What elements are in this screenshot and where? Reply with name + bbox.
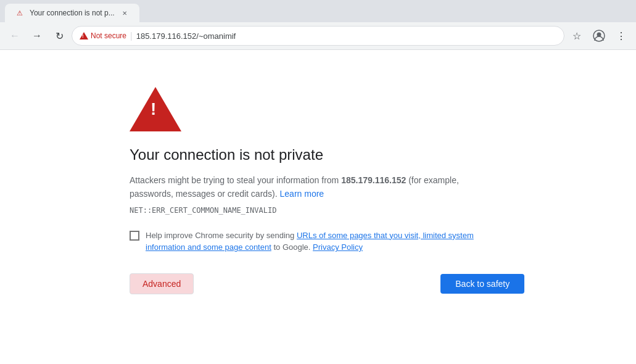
back-to-safety-button[interactable]: Back to safety bbox=[440, 274, 524, 294]
tab-close-button[interactable]: ✕ bbox=[120, 8, 130, 18]
checkbox-label: Help improve Chrome security by sending … bbox=[146, 230, 475, 254]
advanced-button[interactable]: Advanced bbox=[130, 273, 194, 294]
url-text: 185.179.116.152/~omanimif bbox=[136, 31, 556, 41]
domain-text: 185.179.116.152 bbox=[341, 175, 406, 185]
error-code: NET::ERR_CERT_COMMON_NAME_INVALID bbox=[130, 206, 276, 215]
description-start: Attackers might be trying to steal your … bbox=[130, 175, 341, 185]
not-secure-label: Not secure bbox=[91, 31, 126, 40]
page-content: Your connection is not private Attackers… bbox=[0, 50, 636, 364]
privacy-policy-link[interactable]: Privacy Policy bbox=[313, 242, 363, 252]
tab-favicon: ⚠ bbox=[15, 8, 25, 18]
warning-icon bbox=[130, 87, 181, 134]
security-indicator: Not secure bbox=[80, 31, 126, 40]
toolbar-right: ☆ ⋮ bbox=[567, 26, 631, 46]
forward-button[interactable]: → bbox=[27, 26, 47, 46]
browser-chrome: ⚠ Your connection is not p... ✕ ← → ↻ No… bbox=[0, 0, 636, 50]
improve-chrome-checkbox[interactable] bbox=[130, 231, 139, 241]
bookmark-button[interactable]: ☆ bbox=[567, 26, 587, 46]
button-row: Advanced Back to safety bbox=[130, 273, 524, 294]
reload-button[interactable]: ↻ bbox=[49, 26, 69, 46]
profile-button[interactable] bbox=[589, 26, 609, 46]
active-tab[interactable]: ⚠ Your connection is not p... ✕ bbox=[5, 4, 139, 22]
checkbox-row: Help improve Chrome security by sending … bbox=[130, 230, 475, 254]
menu-button[interactable]: ⋮ bbox=[611, 26, 631, 46]
tab-bar: ⚠ Your connection is not p... ✕ bbox=[0, 0, 636, 22]
learn-more-link[interactable]: Learn more bbox=[280, 189, 324, 199]
checkbox-label-mid: to Google. bbox=[271, 242, 311, 252]
checkbox-label-pre: Help improve Chrome security by sending bbox=[146, 231, 297, 240]
address-divider: | bbox=[130, 31, 133, 41]
toolbar: ← → ↻ Not secure | 185.179.116.152/~oman… bbox=[0, 22, 636, 49]
page-title: Your connection is not private bbox=[130, 146, 323, 163]
back-button[interactable]: ← bbox=[5, 26, 25, 46]
page-description: Attackers might be trying to steal your … bbox=[130, 173, 487, 201]
large-warning-triangle bbox=[130, 87, 181, 131]
tab-title: Your connection is not p... bbox=[30, 9, 115, 17]
address-bar[interactable]: Not secure | 185.179.116.152/~omanimif bbox=[72, 26, 564, 46]
warning-triangle-icon bbox=[80, 32, 88, 39]
